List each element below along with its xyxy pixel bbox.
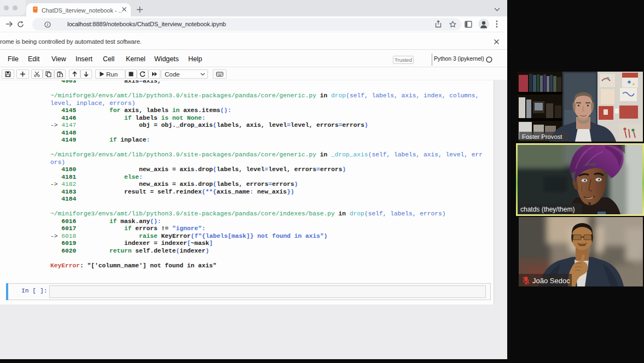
svg-text:Foster Provost: Foster Provost — [522, 133, 562, 140]
svg-text:chatds (they/them): chatds (they/them) — [520, 206, 575, 213]
svg-text:João Sedoc: João Sedoc — [532, 277, 570, 285]
